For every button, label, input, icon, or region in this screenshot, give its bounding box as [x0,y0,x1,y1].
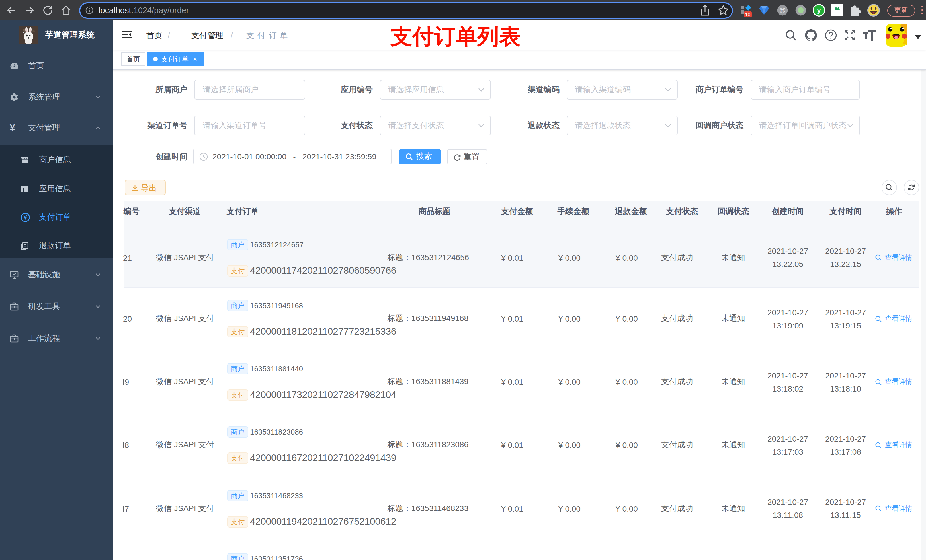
svg-text:⌘: ⌘ [779,7,785,14]
svg-text:10: 10 [745,12,750,17]
svg-text:y: y [817,6,821,14]
